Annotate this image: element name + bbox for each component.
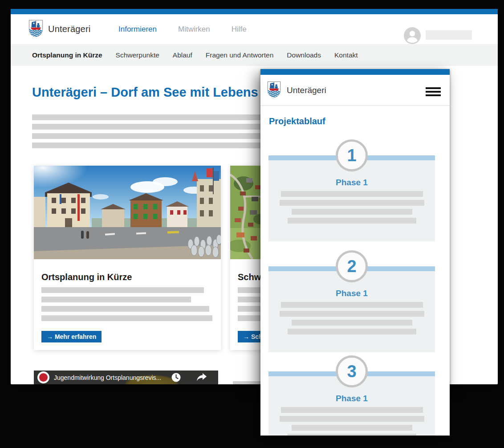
watch-later-icon[interactable] [171, 373, 181, 384]
step-number-badge: 2 [336, 250, 368, 282]
text-skeleton-line [280, 200, 424, 206]
nav-item-mitwirken[interactable]: Mitwirken [178, 25, 210, 34]
video-title-bar: Jugendmitwirkung Ortsplanungsrevis... [34, 371, 218, 384]
text-skeleton-line [280, 311, 424, 317]
text-skeleton-line [292, 209, 412, 215]
site-brand-name: Unterägeri [287, 86, 326, 95]
text-skeleton-line [288, 329, 416, 334]
subnav-item-kontakt[interactable]: Kontakt [334, 51, 358, 59]
top-accent-bar [11, 9, 498, 14]
share-icon[interactable] [197, 373, 207, 383]
mehr-erfahren-button[interactable]: → Mehr erfahren [41, 331, 102, 342]
intro-text-placeholder [32, 114, 264, 152]
subnav-item-ortsplanung[interactable]: Ortsplanung in Kürze [32, 51, 102, 59]
municipality-crest-logo[interactable] [267, 81, 281, 100]
phase-step-2: 2 Phase 1 [268, 250, 435, 352]
phase-step-3: 3 Phase 1 [268, 355, 435, 436]
text-skeleton-line [281, 407, 423, 413]
nav-item-informieren[interactable]: Informieren [118, 25, 157, 34]
village-square-photo [34, 166, 221, 259]
text-skeleton-line [281, 302, 423, 308]
phase-step-1: 1 Phase 1 [268, 139, 435, 241]
screenshot-frame: Unterägeri Informieren Mitwirken Hilfe O… [0, 0, 504, 448]
step-number: 2 [347, 257, 356, 276]
step-number: 1 [347, 146, 356, 165]
top-accent-bar [260, 69, 450, 75]
username-placeholder [426, 30, 472, 40]
site-brand-name: Unterägeri [48, 24, 90, 34]
header-divider [260, 105, 450, 106]
section-subnav: Ortsplanung in Kürze Schwerpunkte Ablauf… [11, 44, 498, 66]
municipality-crest-logo[interactable] [28, 20, 43, 39]
mobile-header: Unterägeri [260, 75, 450, 106]
subnav-item-downloads[interactable]: Downloads [287, 51, 321, 59]
card-text-placeholder [41, 287, 213, 321]
step-number-badge: 3 [336, 355, 368, 387]
subnav-item-fragen[interactable]: Fragen und Antworten [206, 51, 274, 59]
text-skeleton-line [281, 191, 423, 197]
mobile-preview-panel: Unterägeri Projektablauf 1 Phase 1 [260, 69, 450, 436]
text-skeleton-line [32, 124, 264, 130]
phase-text-placeholder [268, 191, 435, 224]
nav-item-hilfe[interactable]: Hilfe [232, 25, 247, 34]
teaser-card-ortsplanung: Ortsplanung in Kürze → Mehr erfahren [34, 166, 221, 350]
text-skeleton-line [41, 306, 209, 312]
text-skeleton-line [41, 297, 191, 302]
subnav-item-schwerpunkte[interactable]: Schwerpunkte [116, 51, 159, 59]
phase-text-placeholder [268, 407, 435, 436]
hamburger-menu-icon[interactable] [426, 87, 441, 96]
subnav-item-ablauf[interactable]: Ablauf [173, 51, 192, 59]
text-skeleton-line [32, 133, 264, 139]
user-avatar-icon[interactable] [404, 27, 421, 44]
video-title: Jugendmitwirkung Ortsplanungsrevis... [54, 374, 161, 381]
text-skeleton-line [280, 416, 424, 422]
step-number-badge: 1 [336, 139, 368, 171]
text-skeleton-line [292, 425, 412, 431]
projektablauf-heading: Projektablauf [269, 116, 325, 126]
text-skeleton-line [32, 114, 264, 120]
card-title: Ortsplanung in Kürze [41, 272, 213, 282]
text-skeleton-line [41, 287, 204, 293]
text-skeleton-line [288, 434, 416, 436]
text-skeleton-line [41, 315, 212, 321]
text-skeleton-line [292, 320, 412, 326]
text-skeleton-line [32, 143, 264, 148]
step-number: 3 [347, 362, 356, 381]
desktop-header: Unterägeri Informieren Mitwirken Hilfe [11, 14, 498, 44]
youtube-video-embed[interactable]: Jugendmitwirkung Ortsplanungsrevis... [34, 371, 218, 384]
phase-text-placeholder [268, 302, 435, 334]
page-title: Unterägeri – Dorf am See mit Lebens [32, 85, 258, 100]
channel-avatar-icon[interactable] [37, 371, 49, 383]
main-nav: Informieren Mitwirken Hilfe [118, 14, 247, 44]
text-skeleton-line [288, 218, 416, 224]
